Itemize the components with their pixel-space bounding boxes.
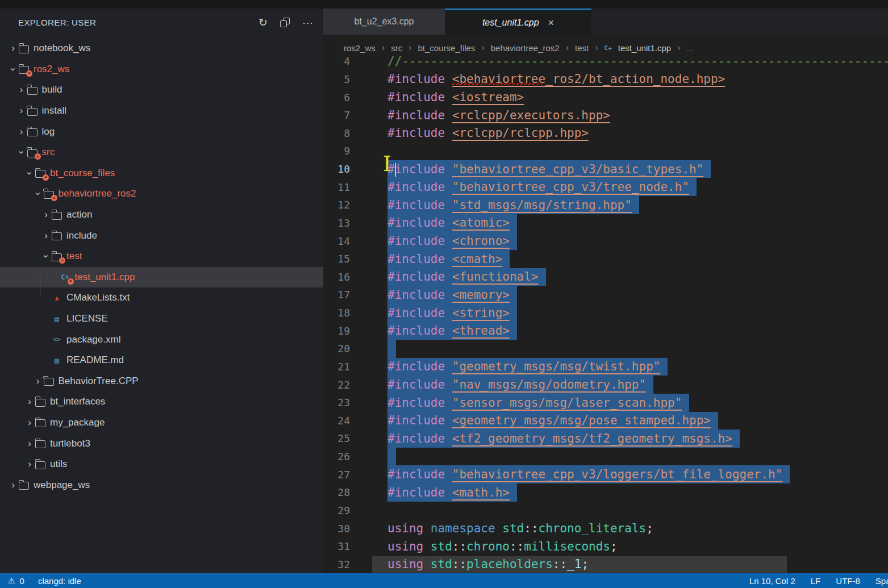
breadcrumb-item-ros2_ws[interactable]: ros2_ws [344, 43, 376, 53]
tree-item-test_unit1.cpp[interactable]: ›C+×test_unit1.cpp [0, 267, 323, 288]
chevron-right-icon[interactable]: › [41, 209, 51, 220]
code-line-18[interactable]: 18#include <string> [323, 304, 888, 322]
tab-bar: bt_u2_ex3.cpptest_unit1.cpp× [323, 9, 888, 35]
status-left[interactable]: ⚠ 0 clangd: idle [8, 576, 81, 586]
breadcrumb-item-test_unit1.cpp[interactable]: test_unit1.cpp [618, 43, 671, 53]
tree-item-ros2_ws[interactable]: ›×ros2_ws [0, 59, 323, 80]
code-token: #include [387, 306, 452, 320]
tree-item-turtlebot3[interactable]: ›turtlebot3 [0, 433, 323, 454]
status-item-spac[interactable]: Spac [876, 576, 888, 586]
tab-bt_u2_ex3.cpp[interactable]: bt_u2_ex3.cpp [323, 9, 445, 35]
code-line-9[interactable]: 9 [323, 142, 888, 160]
code-line-20[interactable]: 20 [323, 340, 888, 358]
code-line-4[interactable]: 4//-------------------------------------… [323, 52, 888, 70]
code-line-5[interactable]: 5#include <behaviortree_ros2/bt_action_n… [323, 70, 888, 89]
tree-item-LICENSE[interactable]: ›▤LICENSE [0, 308, 323, 330]
code-line-29[interactable]: 29 [323, 502, 888, 520]
chevron-right-icon[interactable]: › [8, 43, 18, 54]
tree-item-README.md[interactable]: ›▤README.md [0, 350, 323, 371]
chevron-right-icon[interactable]: › [41, 230, 51, 241]
code-line-25[interactable]: 25#include <tf2_geometry_msgs/tf2_geomet… [323, 429, 888, 448]
tree-item-bt_interfaces[interactable]: ›bt_interfaces [0, 391, 323, 412]
tree-item-notebook_ws[interactable]: ›notebook_ws [0, 38, 323, 59]
code-token: #include [387, 180, 452, 194]
tree-item-label: behaviortree_ros2 [59, 188, 136, 199]
chevron-right-icon[interactable]: › [16, 84, 27, 95]
tree-item-build[interactable]: ›build [0, 80, 323, 101]
code-line-23[interactable]: 23#include "sensor_msgs/msg/laser_scan.h… [323, 394, 888, 412]
breadcrumb-more[interactable]: ... [687, 43, 694, 53]
tree-item-CMakeLists.txt[interactable]: ›▲CMakeLists.txt [0, 287, 323, 308]
code-line-11[interactable]: 11#include "behaviortree_cpp_v3/tree_nod… [323, 178, 888, 196]
code-line-24[interactable]: 24#include <geometry_msgs/msg/pose_stamp… [323, 412, 888, 430]
code-token: using [387, 557, 431, 571]
tree-item-install[interactable]: ›install [0, 101, 323, 122]
tree-item-my_package[interactable]: ›my_package [0, 412, 323, 433]
tree-item-test[interactable]: ›×test [0, 246, 323, 267]
breadcrumb-item-behaviortree_ros2[interactable]: behaviortree_ros2 [491, 43, 560, 53]
code-line-31[interactable]: 31using std::chrono::milliseconds; [323, 537, 888, 556]
folder-icon [52, 212, 62, 220]
code-line-15[interactable]: 15#include <cmath> [323, 250, 888, 268]
code-area[interactable]: 4//-------------------------------------… [323, 52, 888, 573]
chevron-right-icon[interactable]: › [33, 376, 43, 387]
chevron-right-icon[interactable]: › [24, 458, 35, 470]
chevron-right-icon[interactable]: › [24, 417, 35, 428]
tree-item-behaviortree_ros2[interactable]: ›×behaviortree_ros2 [0, 184, 323, 205]
chevron-right-icon[interactable]: › [16, 105, 27, 116]
code-line-27[interactable]: 27#include "behaviortree_cpp_v3/loggers/… [323, 465, 888, 483]
tree-item-bt_course_files[interactable]: ›×bt_course_files [0, 163, 323, 184]
code-line-12[interactable]: 12#include "std_msgs/msg/string.hpp" [323, 196, 888, 214]
breadcrumb-item-src[interactable]: src [391, 43, 402, 53]
breadcrumb-item-bt_course_files[interactable]: bt_course_files [418, 43, 476, 53]
text-caret [395, 163, 396, 177]
tree-item-include[interactable]: ›include [0, 225, 323, 246]
tab-test_unit1.cpp[interactable]: test_unit1.cpp× [445, 9, 591, 36]
more-actions-icon[interactable]: ··· [302, 17, 313, 28]
chevron-down-icon[interactable]: › [16, 147, 27, 157]
code-line-16[interactable]: 16#include <functional> [323, 268, 888, 286]
tree-item-webpage_ws[interactable]: ›webpage_ws [0, 474, 323, 495]
code-line-10[interactable]: 10#include "behaviortree_cpp_v3/basic_ty… [323, 160, 888, 178]
code-line-8[interactable]: 8#include <rclcpp/rclcpp.hpp> [323, 124, 888, 143]
chevron-down-icon[interactable]: › [32, 189, 44, 199]
chevron-right-icon[interactable]: › [16, 126, 27, 137]
chevron-right-icon[interactable]: › [24, 438, 35, 449]
code-line-14[interactable]: 14#include <chrono> [323, 232, 888, 250]
tree-item-label: package.xml [66, 334, 120, 345]
code-line-26[interactable]: 26 [323, 448, 888, 466]
code-line-7[interactable]: 7#include <rclcpp/executors.hpp> [323, 106, 888, 124]
chevron-down-icon[interactable]: › [40, 251, 52, 261]
status-item-ln-10-col-2[interactable]: Ln 10, Col 2 [749, 576, 795, 586]
code-line-text: #include <functional> [387, 268, 546, 286]
code-line-17[interactable]: 17#include <memory> [323, 286, 888, 304]
tree-item-log[interactable]: ›log [0, 121, 323, 142]
code-line-19[interactable]: 19#include <thread> [323, 322, 888, 340]
code-line-22[interactable]: 22#include "nav_msgs/msg/odometry.hpp" [323, 376, 888, 394]
chevron-down-icon[interactable]: › [24, 168, 35, 178]
code-line-6[interactable]: 6#include <iostream> [323, 88, 888, 106]
code-line-28[interactable]: 28#include <math.h> [323, 483, 888, 502]
code-line-text: #include "std_msgs/msg/string.hpp" [387, 196, 639, 214]
code-line-13[interactable]: 13#include <atomic> [323, 214, 888, 232]
breadcrumb-item-test[interactable]: test [575, 43, 589, 53]
tree-item-src[interactable]: ›×src [0, 142, 323, 163]
code-line-21[interactable]: 21#include "geometry_msgs/msg/twist.hpp" [323, 358, 888, 376]
status-item-utf-8[interactable]: UTF-8 [836, 576, 860, 586]
refresh-icon[interactable]: ↻ [259, 17, 268, 28]
code-line-30[interactable]: 30using namespace std::chrono_literals; [323, 519, 888, 537]
collapse-all-icon[interactable] [280, 18, 290, 27]
tree-item-BehaviorTree.CPP[interactable]: ›BehaviorTree.CPP [0, 371, 323, 392]
chevron-down-icon[interactable]: › [7, 64, 19, 74]
tree-item-package.xml[interactable]: ›<>package.xml [0, 329, 323, 350]
tree-item-utils[interactable]: ›utils [0, 454, 323, 475]
status-item-lf[interactable]: LF [811, 576, 821, 586]
chevron-right-icon[interactable]: › [8, 479, 18, 491]
chevron-right-icon[interactable]: › [24, 396, 35, 407]
tree-item-action[interactable]: ›action [0, 205, 323, 226]
code-line-text: #include "behaviortree_cpp_v3/basic_type… [387, 160, 711, 178]
tree-item-label: webpage_ws [34, 479, 90, 491]
code-line-32[interactable]: 32using std::placeholders::_1; [323, 556, 888, 574]
close-icon[interactable]: × [548, 17, 555, 29]
line-number: 11 [323, 178, 350, 196]
